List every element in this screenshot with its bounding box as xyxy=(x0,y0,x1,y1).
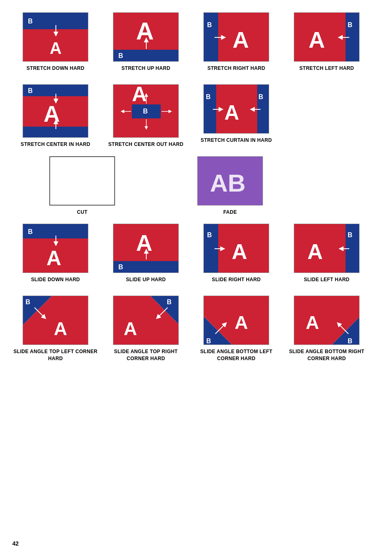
stretch-down-hard-item: B A STRETCH DOWN HARD xyxy=(12,12,99,72)
stretch-up-hard-item: A B STRETCH UP HARD xyxy=(103,12,189,72)
stretch-left-hard-item: A B STRETCH LEFT HARD xyxy=(284,12,370,72)
fade-label: FADE xyxy=(223,209,237,216)
slide-down-hard-diagram: B A xyxy=(23,224,88,273)
svg-rect-6 xyxy=(113,50,179,62)
svg-text:A: A xyxy=(307,240,323,264)
svg-text:A: A xyxy=(44,101,60,127)
stretch-curtain-in-hard-label: STRETCH CURTAIN IN HARD xyxy=(201,137,272,144)
svg-text:B: B xyxy=(118,52,123,59)
slide-angle-top-right-diagram: B A xyxy=(113,296,179,345)
slide-angle-top-left-diagram: B A xyxy=(23,296,88,345)
svg-text:B: B xyxy=(207,231,212,238)
svg-text:A: A xyxy=(136,17,154,45)
svg-text:B: B xyxy=(25,298,30,305)
stretch-left-hard-label: STRETCH LEFT HARD xyxy=(299,65,354,72)
stretch-center-out-hard-diagram: A B xyxy=(113,84,179,138)
stretch-right-hard-item: B A STRETCH RIGHT HARD xyxy=(193,12,279,72)
slide-angle-bottom-right-diagram: B A xyxy=(294,296,360,345)
svg-text:B: B xyxy=(348,231,353,238)
svg-text:A: A xyxy=(306,312,319,333)
slide-up-hard-diagram: A B xyxy=(113,224,179,273)
slide-angle-bottom-right-item: B A SLIDE ANGLE BOTTOM RIGHT CORNER HARD xyxy=(284,296,370,362)
stretch-right-hard-diagram: B A xyxy=(203,12,269,62)
svg-text:B: B xyxy=(28,228,33,235)
row5-slide-angle: B A SLIDE ANGLE TOP LEFT CORNER HARD B A xyxy=(12,296,380,362)
slide-up-hard-item: A B SLIDE UP HARD xyxy=(103,224,189,283)
slide-down-hard-item: B A SLIDE DOWN HARD xyxy=(12,224,99,283)
svg-text:B: B xyxy=(28,87,33,94)
svg-text:B: B xyxy=(258,93,263,100)
svg-text:B: B xyxy=(348,338,353,345)
slide-left-hard-diagram: A B xyxy=(294,224,360,273)
slide-angle-top-left-label: SLIDE ANGLE TOP LEFT CORNER HARD xyxy=(12,348,99,362)
svg-text:A: A xyxy=(132,84,147,106)
stretch-left-hard-diagram: A B xyxy=(294,12,360,62)
svg-text:AB: AB xyxy=(210,169,246,197)
stretch-curtain-in-hard-diagram: B B A xyxy=(203,84,269,134)
slide-down-hard-label: SLIDE DOWN HARD xyxy=(31,276,80,283)
svg-rect-52 xyxy=(113,261,179,273)
stretch-center-in-hard-item: B A STRETCH CENTER IN HARD xyxy=(12,84,99,148)
svg-text:B: B xyxy=(206,93,211,100)
stretch-center-out-hard-label: STRETCH CENTER OUT HARD xyxy=(108,141,184,148)
slide-right-hard-item: B A SLIDE RIGHT HARD xyxy=(193,224,279,283)
slide-right-hard-diagram: B A xyxy=(203,224,269,273)
slide-left-hard-item: A B SLIDE LEFT HARD xyxy=(284,224,370,283)
svg-text:A: A xyxy=(50,39,62,57)
slide-angle-top-right-item: B A SLIDE ANGLE TOP RIGHT CORNER HARD xyxy=(103,296,189,362)
stretch-right-hard-label: STRETCH RIGHT HARD xyxy=(208,65,265,72)
svg-text:B: B xyxy=(207,21,212,28)
row2-stretch: B A STRETCH CENTER IN HARD xyxy=(12,84,380,148)
stretch-center-out-hard-item: A B STRETCH C xyxy=(103,84,189,148)
svg-text:B: B xyxy=(167,298,172,305)
fade-item: AB FADE xyxy=(193,156,267,216)
slide-up-hard-label: SLIDE UP HARD xyxy=(126,276,166,283)
fade-diagram: AB xyxy=(197,156,263,206)
svg-text:A: A xyxy=(136,230,152,256)
slide-left-hard-label: SLIDE LEFT HARD xyxy=(304,276,349,283)
stretch-curtain-in-hard-item: B B A STRETCH CURTAIN IN HARD xyxy=(193,84,279,144)
row3-cut-fade: CUT AB FADE xyxy=(12,156,380,216)
slide-right-hard-label: SLIDE RIGHT HARD xyxy=(212,276,261,283)
cut-label: CUT xyxy=(77,209,88,216)
svg-text:B: B xyxy=(118,264,123,271)
cut-item: CUT xyxy=(45,156,119,216)
page-number: 42 xyxy=(12,540,19,547)
svg-text:A: A xyxy=(235,312,248,333)
svg-text:B: B xyxy=(206,338,211,345)
row4-slide: B A SLIDE DOWN HARD A B xyxy=(12,224,380,283)
slide-angle-top-right-label: SLIDE ANGLE TOP RIGHT CORNER HARD xyxy=(103,348,189,362)
cut-diagram xyxy=(49,156,115,206)
slide-angle-bottom-right-label: SLIDE ANGLE BOTTOM RIGHT CORNER HARD xyxy=(284,348,370,362)
row1-stretch: B A STRETCH DOWN HARD A B xyxy=(12,12,380,72)
svg-text:A: A xyxy=(54,318,67,339)
svg-text:A: A xyxy=(232,240,247,264)
stretch-down-hard-diagram: B A xyxy=(23,12,88,62)
stretch-center-in-hard-diagram: B A xyxy=(23,84,88,138)
svg-text:A: A xyxy=(124,318,137,339)
svg-text:A: A xyxy=(224,101,239,124)
stretch-up-hard-label: STRETCH UP HARD xyxy=(122,65,171,72)
svg-text:B: B xyxy=(348,21,353,28)
svg-text:B: B xyxy=(28,18,33,25)
slide-angle-bottom-left-label: SLIDE ANGLE BOTTOM LEFT CORNER HARD xyxy=(193,348,279,362)
stretch-center-in-hard-label: STRETCH CENTER IN HARD xyxy=(21,141,90,148)
stretch-down-hard-label: STRETCH DOWN HARD xyxy=(26,65,84,72)
svg-text:A: A xyxy=(233,27,249,53)
slide-angle-top-left-item: B A SLIDE ANGLE TOP LEFT CORNER HARD xyxy=(12,296,99,362)
svg-text:B: B xyxy=(143,108,148,115)
svg-rect-43 xyxy=(50,157,115,206)
stretch-up-hard-diagram: A B xyxy=(113,12,179,62)
slide-angle-bottom-left-diagram: B A xyxy=(203,296,269,345)
svg-text:A: A xyxy=(309,27,325,53)
svg-text:A: A xyxy=(46,247,61,270)
slide-angle-bottom-left-item: B A SLIDE ANGLE BOTTOM LEFT CORNER HARD xyxy=(193,296,279,362)
